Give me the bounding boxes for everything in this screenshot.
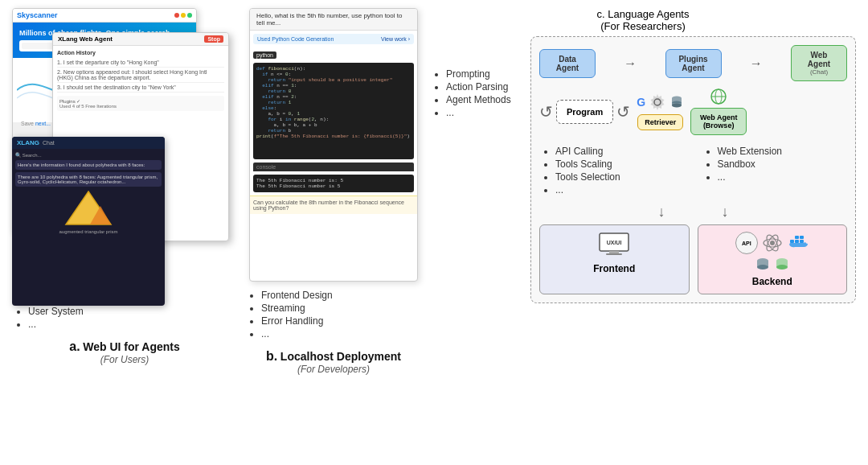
section-a-subtitle: (For Users) (12, 354, 237, 365)
section-a-letter: a. (69, 339, 80, 353)
svg-rect-19 (795, 240, 799, 243)
chat-search: 🔍 Search... (15, 152, 162, 158)
dot-yellow (181, 13, 186, 18)
plugins-agent-sublabel: Agent (674, 64, 713, 72)
xlang-header: XLang Web Agent Stop (53, 33, 228, 46)
python-lang-label: python (250, 47, 417, 60)
web-agent-browse-box: Web Agent (Browse) (690, 108, 747, 135)
xlang-action-2: 2. New options appeared out: I should se… (57, 68, 224, 83)
web-agent-chat-sub: Agent (800, 60, 838, 68)
code-chat-header: Hello, what is the 5th fib number, use p… (250, 9, 417, 31)
diag-bullets-right: Web Extension Sandbox ... (702, 146, 848, 183)
right-left-content: Prompting Action Parsing Agent Methods .… (430, 36, 518, 457)
section-a-bullets: User System ... (12, 306, 237, 331)
web-agent-chat-mode: (Chat) (800, 68, 838, 76)
web-agent-browse-area: Web Agent (Browse) (690, 88, 747, 135)
triangle-shape (15, 190, 162, 226)
section-a-letter-title: a. Web UI for Agents (12, 339, 237, 354)
svg-point-14 (770, 241, 775, 245)
code-block: def fibonacci(n): if n <= 0: return "inp… (253, 63, 414, 159)
diagram-mid-bullets: API Calling Tools Scaling Tools Selectio… (539, 142, 847, 197)
data-agent-box: Data Agent (539, 49, 596, 78)
frontend-box: UX/UI Frontend (539, 224, 690, 294)
sky-input-from (22, 43, 54, 49)
diag-bullet-left-more: ... (555, 184, 686, 195)
diag-bullet-web-extension: Web Extension (718, 146, 848, 157)
chat-body: 🔍 Search... Here's the information I fou… (12, 149, 165, 237)
program-with-arrow: ↺ Program ↺ (539, 100, 630, 124)
section-c-letter-title: c. Language Agents (430, 8, 856, 20)
section-c: c. Language Agents (For Researchers) Pro… (430, 8, 856, 457)
frontend-label: Frontend (547, 263, 682, 274)
diag-bullet-right-more: ... (718, 171, 848, 183)
web-agent-chat-label: Web (800, 51, 838, 60)
bullet-prompting: Prompting (446, 68, 518, 80)
screenshot-stack: Skyscanner Millions of cheap flights. On… (12, 8, 229, 298)
code-screenshot: Hello, what is the 5th fib number, use p… (249, 8, 418, 282)
section-b-label: b. Localhost Deployment (For Developers) (245, 349, 422, 375)
network-icon (761, 232, 784, 254)
svg-rect-21 (795, 236, 799, 239)
bullet-c-top-more: ... (446, 107, 518, 118)
svg-point-25 (757, 265, 768, 270)
svg-rect-12 (606, 253, 622, 255)
xlang-action-1: 1. I set the departure city to "Hong Kon… (57, 58, 224, 68)
section-b-bullets-left: Frontend Design Streaming Error Handling… (245, 290, 422, 341)
plugins-agent-label: Plugins (674, 55, 713, 64)
bullet-frontend-design: Frontend Design (261, 290, 422, 301)
arrow-plugins-web: → (750, 56, 763, 71)
xlang-body: Action History 1. I set the departure ci… (53, 46, 228, 115)
used-tool-label: Used Python Code Generation (257, 36, 334, 42)
dot-green (187, 13, 192, 18)
diag-bullet-right: Web Extension Sandbox ... (702, 142, 848, 197)
xlang-action-3: 3. I should set the destination city to … (57, 83, 224, 93)
google-g-icon: G (637, 96, 645, 109)
xlang-title: XLang Web Agent (58, 35, 113, 43)
data-agent-sublabel: Agent (548, 64, 587, 72)
skyscanner-header: Skyscanner (13, 9, 196, 23)
bullet-error-handling: Error Handling (261, 315, 422, 327)
right-content: Prompting Action Parsing Agent Methods .… (430, 36, 856, 457)
section-c-title: Language Agents (608, 8, 689, 20)
agents-mid-row: ↺ Program ↺ G (539, 88, 847, 135)
code-followup: Can you calculate the 8th number in the … (250, 195, 417, 214)
diagram-container: Data Agent → Plugins Agent → Web Agent ( (530, 36, 856, 303)
gear-icon (648, 93, 667, 112)
diag-bullets-left: API Calling Tools Scaling Tools Selectio… (539, 146, 686, 195)
svg-rect-11 (609, 251, 619, 253)
api-icon: API (735, 232, 758, 254)
backend-icons-row: API (705, 232, 841, 254)
section-b-letter-title: b. Localhost Deployment (245, 349, 422, 364)
diag-bullet-tools-selection: Tools Selection (555, 171, 686, 183)
chat-msg-1: Here's the information I found about pol… (15, 160, 162, 170)
followup-text: Can you calculate the 8th number in the … (253, 200, 404, 211)
circular-arrow-left: ↺ (539, 102, 553, 121)
xlang-section-title: Action History (57, 50, 224, 56)
svg-rect-22 (800, 236, 804, 239)
google-icons-row: G (637, 93, 684, 112)
view-work-link[interactable]: View work › (381, 36, 410, 42)
retriever-box: Retriever (637, 114, 683, 130)
chat-logo: XLANG (17, 139, 39, 146)
svg-rect-18 (790, 240, 794, 243)
web-agent-browse-mode: (Browse) (698, 121, 739, 130)
section-c-subtitle: (For Researchers) (430, 20, 856, 32)
data-agent-label: Data (548, 55, 587, 64)
diag-bullet-left: API Calling Tools Scaling Tools Selectio… (539, 142, 686, 197)
web-agent-browse-label: Web Agent (698, 113, 739, 121)
svg-point-28 (776, 265, 788, 270)
console-output-2: The 5th Fibonacci number is 5 (256, 183, 411, 189)
section-c-title-block: c. Language Agents (For Researchers) (430, 8, 856, 32)
diagram-bottom-row: UX/UI Frontend API (539, 224, 847, 294)
console-output-1: The 5th Fibonacci number is: 5 (256, 178, 411, 183)
database-icon (669, 95, 684, 109)
svg-point-6 (672, 104, 682, 108)
backend-label: Backend (705, 276, 841, 287)
db-icon-2 (774, 257, 790, 273)
diagram-down-arrows: ↓ ↓ (539, 204, 847, 220)
diag-bullet-api-calling: API Calling (555, 146, 686, 157)
triangle-label: augmented triangular prism (15, 229, 162, 234)
svg-rect-20 (800, 240, 804, 243)
code-used-python: Used Python Code Generation View work › (253, 34, 414, 44)
diag-bullet-tools-scaling: Tools Scaling (555, 158, 686, 170)
